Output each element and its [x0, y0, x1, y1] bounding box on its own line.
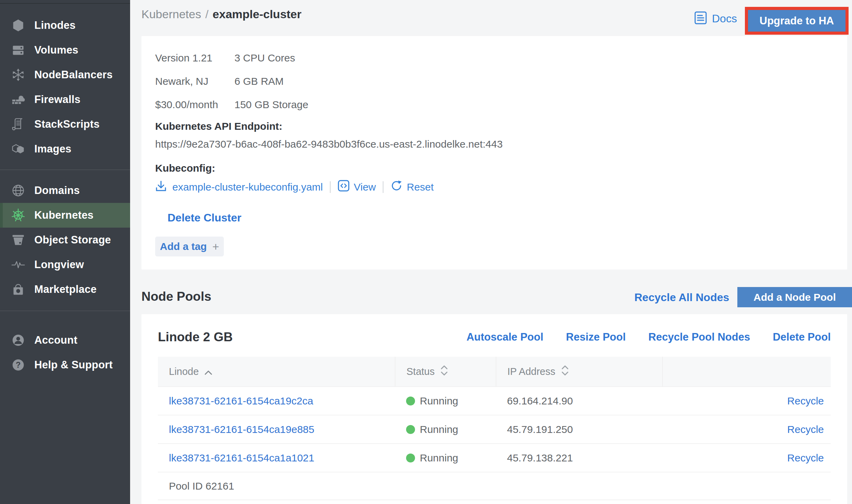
sidebar-item-stackscripts[interactable]: StackScripts: [0, 112, 130, 137]
upgrade-to-ha-button[interactable]: Upgrade to HA: [748, 10, 845, 32]
node-link[interactable]: lke38731-62161-6154ca1a1021: [169, 452, 314, 463]
add-node-pool-button[interactable]: Add a Node Pool: [737, 287, 852, 307]
docs-link[interactable]: Docs: [694, 11, 737, 26]
sidebar-item-help-support[interactable]: ? Help & Support: [0, 353, 130, 377]
breadcrumb-separator: /: [205, 8, 208, 21]
svg-text:?: ?: [16, 360, 21, 369]
kubeconfig-reset-link[interactable]: Reset: [390, 180, 434, 194]
add-tag-button[interactable]: Add a tag +: [155, 237, 224, 256]
api-endpoint-url: https://9e2a7307-b6ac-408f-ba62-9483b0b3…: [155, 138, 833, 150]
nodebalancers-icon: [10, 67, 26, 83]
table-row: lke38731-62161-6154ca19c2ca Running 69.1…: [158, 387, 831, 415]
column-header-ip-address[interactable]: IP Address: [496, 357, 663, 387]
sidebar-group-account: Account ? Help & Support: [0, 311, 130, 377]
sidebar-item-label: Firewalls: [34, 93, 80, 106]
sidebar-item-kubernetes[interactable]: Kubernetes: [0, 203, 130, 228]
sidebar-item-label: Kubernetes: [34, 209, 94, 221]
sidebar-item-label: Domains: [34, 184, 80, 197]
recycle-node-link[interactable]: Recycle: [787, 395, 824, 406]
delete-pool-link[interactable]: Delete Pool: [773, 331, 831, 343]
linode-cloud-manager: Linodes Volumes: [0, 0, 852, 504]
sidebar-item-linodes[interactable]: Linodes: [0, 13, 130, 38]
add-tag-label: Add a tag: [160, 241, 207, 252]
sidebar-item-volumes[interactable]: Volumes: [0, 38, 130, 62]
sidebar-item-label: Marketplace: [34, 283, 96, 296]
sidebar-item-label: NodeBalancers: [34, 69, 113, 81]
sidebar-item-label: Volumes: [34, 44, 78, 56]
node-link[interactable]: lke38731-62161-6154ca19c2ca: [169, 395, 313, 406]
pool-actions: Autoscale Pool Resize Pool Recycle Pool …: [467, 331, 831, 343]
sidebar-item-label: Account: [34, 334, 77, 346]
node-pool-table: Linode Status: [158, 357, 831, 500]
stackscripts-icon: [10, 116, 26, 132]
firewalls-icon: [10, 92, 26, 107]
sidebar-item-images[interactable]: Images: [0, 137, 130, 161]
status-badge: Running: [420, 395, 458, 407]
column-label: IP Address: [507, 366, 555, 377]
page-title: example-cluster: [212, 8, 301, 21]
status-badge: Running: [420, 452, 458, 464]
sidebar-item-nodebalancers[interactable]: NodeBalancers: [0, 62, 130, 87]
sidebar-item-object-storage[interactable]: Object Storage: [0, 228, 130, 252]
breadcrumb-kubernetes-link[interactable]: Kubernetes: [141, 8, 201, 21]
sidebar: Linodes Volumes: [0, 0, 130, 504]
longview-icon: [10, 257, 26, 273]
plus-icon: +: [212, 240, 219, 253]
reset-label: Reset: [407, 181, 434, 193]
sidebar-group-compute: Linodes Volumes: [0, 13, 130, 161]
pool-footer-row: Pool ID 62161: [158, 472, 831, 500]
cluster-ram: 6 GB RAM: [234, 76, 833, 87]
kubeconfig-view-link[interactable]: View: [337, 180, 376, 194]
sidebar-item-label: Linodes: [34, 19, 76, 32]
sidebar-item-longview[interactable]: Longview: [0, 252, 130, 277]
sidebar-item-domains[interactable]: Domains: [0, 178, 130, 203]
sidebar-item-firewalls[interactable]: Firewalls: [0, 87, 130, 112]
delete-cluster-button[interactable]: Delete Cluster: [168, 211, 241, 224]
marketplace-icon: [10, 282, 26, 297]
kubeconfig-row: example-cluster-kubeconfig.yaml View: [155, 180, 833, 194]
recycle-all-nodes-link[interactable]: Recycle All Nodes: [634, 291, 729, 304]
volumes-icon: [10, 42, 26, 58]
pool-header: Linode 2 GB Autoscale Pool Resize Pool R…: [158, 330, 831, 344]
table-header-row: Linode Status: [158, 357, 831, 387]
autoscale-pool-link[interactable]: Autoscale Pool: [467, 331, 543, 343]
column-header-actions: [663, 357, 831, 387]
sidebar-item-marketplace[interactable]: Marketplace: [0, 277, 130, 302]
recycle-node-link[interactable]: Recycle: [787, 424, 824, 435]
account-icon: [10, 332, 26, 348]
recycle-node-link[interactable]: Recycle: [787, 452, 824, 463]
sort-icon: [561, 365, 569, 379]
node-ip: 69.164.214.90: [496, 387, 663, 415]
node-link[interactable]: lke38731-62161-6154ca19e885: [169, 424, 314, 435]
cluster-summary-card: Version 1.21 3 CPU Cores Newark, NJ 6 GB…: [141, 36, 847, 270]
resize-pool-link[interactable]: Resize Pool: [566, 331, 626, 343]
divider: [330, 181, 331, 193]
node-ip: 45.79.138.221: [496, 444, 663, 472]
domains-icon: [10, 183, 26, 198]
sidebar-item-label: Images: [34, 143, 71, 155]
kubernetes-icon: [10, 207, 26, 223]
node-pool-card: Linode 2 GB Autoscale Pool Resize Pool R…: [141, 314, 847, 504]
cluster-region: Newark, NJ: [155, 76, 234, 87]
recycle-pool-nodes-link[interactable]: Recycle Pool Nodes: [648, 331, 750, 343]
kubeconfig-download-link[interactable]: example-cluster-kubeconfig.yaml: [172, 181, 323, 193]
table-row: lke38731-62161-6154ca1a1021 Running 45.7…: [158, 444, 831, 472]
main-content: Kubernetes / example-cluster Docs Upgrad…: [130, 0, 852, 504]
status-running-dot: [406, 425, 415, 434]
linodes-icon: [10, 18, 26, 33]
column-header-linode[interactable]: Linode: [158, 357, 395, 387]
status-running-dot: [406, 454, 415, 462]
sidebar-top-strip: [0, 0, 130, 4]
column-label: Linode: [169, 366, 199, 377]
sidebar-item-label: Longview: [34, 259, 84, 271]
api-endpoint-label: Kubernetes API Endpoint:: [155, 121, 833, 131]
column-header-status[interactable]: Status: [395, 357, 496, 387]
sidebar-item-account[interactable]: Account: [0, 328, 130, 353]
docs-label: Docs: [712, 12, 737, 25]
docs-icon: [694, 11, 707, 26]
breadcrumb: Kubernetes / example-cluster: [141, 8, 301, 21]
node-ip: 45.79.191.250: [496, 415, 663, 444]
sort-asc-icon: [204, 366, 212, 377]
view-code-icon: [337, 180, 350, 194]
reset-icon: [390, 180, 403, 194]
